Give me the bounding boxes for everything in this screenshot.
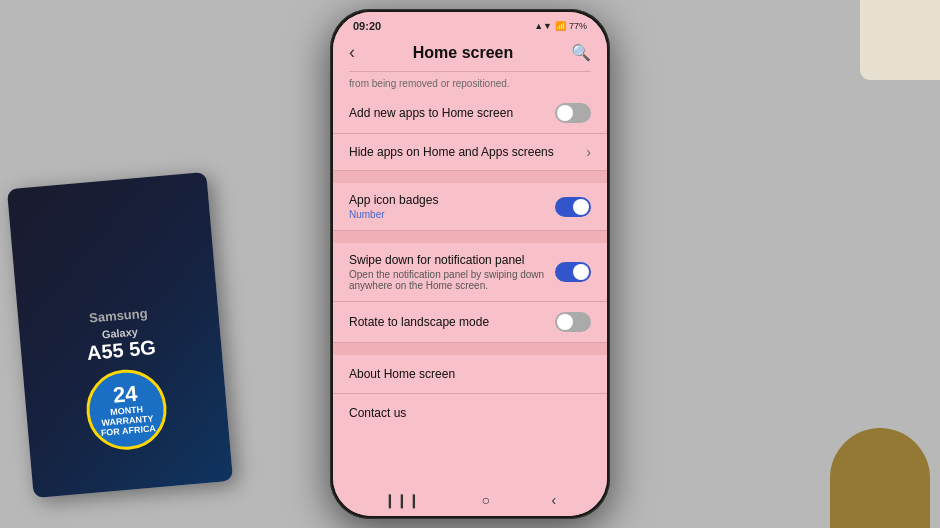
setting-hide-apps[interactable]: Hide apps on Home and Apps screens › (333, 134, 607, 171)
item-about-home[interactable]: About Home screen (333, 355, 607, 394)
setting-rotate-label: Rotate to landscape mode (349, 315, 547, 329)
samsung-model: A55 5G (86, 336, 157, 365)
phone-screen: 09:20 ▲▼ 📶 77% ‹ Home screen 🔍 from bein… (333, 12, 607, 516)
wifi-icon: 📶 (555, 21, 566, 31)
about-home-label: About Home screen (349, 367, 455, 381)
page-title: Home screen (413, 44, 514, 62)
item-contact-us[interactable]: Contact us (333, 394, 607, 432)
setting-hide-apps-label: Hide apps on Home and Apps screens (349, 145, 578, 159)
warranty-badge: 24 MONTH WARRANTY FOR AFRICA (83, 366, 170, 453)
nav-recents-icon[interactable]: ❙❙❙ (384, 492, 420, 508)
phone-container: 09:20 ▲▼ 📶 77% ‹ Home screen 🔍 from bein… (330, 9, 610, 519)
hand-decoration (830, 428, 930, 528)
subtitle-text: from being removed or repositioned. (333, 72, 607, 93)
settings-content: from being removed or repositioned. Add … (333, 72, 607, 484)
samsung-brand: Samsung (88, 306, 148, 326)
samsung-box: Samsung Galaxy A55 5G 24 MONTH WARRANTY … (7, 172, 233, 498)
setting-rotate-text: Rotate to landscape mode (349, 315, 555, 329)
search-button[interactable]: 🔍 (571, 43, 591, 62)
navigation-bar: ❙❙❙ ○ ‹ (333, 484, 607, 516)
hand-area (810, 398, 940, 528)
setting-swipe-text: Swipe down for notification panel Open t… (349, 253, 555, 291)
status-bar: 09:20 ▲▼ 📶 77% (333, 12, 607, 36)
toggle-rotate[interactable] (555, 312, 591, 332)
setting-rotate[interactable]: Rotate to landscape mode (333, 302, 607, 343)
setting-hide-apps-text: Hide apps on Home and Apps screens (349, 145, 586, 159)
setting-swipe-down[interactable]: Swipe down for notification panel Open t… (333, 243, 607, 302)
warranty-number: 24 (112, 383, 138, 407)
hide-apps-arrow: › (586, 144, 591, 160)
setting-app-icon-badges[interactable]: App icon badges Number (333, 183, 607, 231)
setting-add-apps-text: Add new apps to Home screen (349, 106, 555, 120)
section-gap-1 (333, 171, 607, 183)
battery-icon: 77% (569, 21, 587, 31)
status-icons: ▲▼ 📶 77% (534, 21, 587, 31)
toggle-add-apps[interactable] (555, 103, 591, 123)
setting-add-apps-label: Add new apps to Home screen (349, 106, 547, 120)
section-gap-2 (333, 231, 607, 243)
nav-home-icon[interactable]: ○ (481, 492, 489, 508)
setting-swipe-label: Swipe down for notification panel (349, 253, 547, 267)
setting-badges-text: App icon badges Number (349, 193, 555, 220)
back-button[interactable]: ‹ (349, 42, 355, 63)
signal-icon: ▲▼ (534, 21, 552, 31)
top-right-decoration (860, 0, 940, 80)
toggle-swipe-down[interactable] (555, 262, 591, 282)
top-nav-bar: ‹ Home screen 🔍 (333, 36, 607, 71)
setting-add-apps[interactable]: Add new apps to Home screen (333, 93, 607, 134)
setting-badges-desc: Number (349, 209, 547, 220)
status-time: 09:20 (353, 20, 381, 32)
contact-us-label: Contact us (349, 406, 406, 420)
nav-back-icon[interactable]: ‹ (551, 492, 556, 508)
section-gap-3 (333, 343, 607, 355)
setting-swipe-desc: Open the notification panel by swiping d… (349, 269, 547, 291)
phone-body: 09:20 ▲▼ 📶 77% ‹ Home screen 🔍 from bein… (330, 9, 610, 519)
toggle-app-badges[interactable] (555, 197, 591, 217)
setting-badges-label: App icon badges (349, 193, 547, 207)
